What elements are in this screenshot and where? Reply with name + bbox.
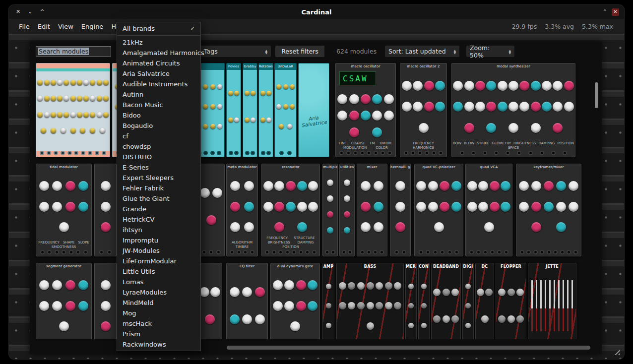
- brand-menu-item[interactable]: Grande: [117, 204, 200, 214]
- brand-menu-item[interactable]: All brands✓: [117, 23, 200, 34]
- brand-menu-item[interactable]: HetrickCV: [117, 214, 200, 225]
- module-segment-generator[interactable]: segment generator: [36, 263, 92, 339]
- knob: [394, 282, 401, 290]
- module-card[interactable]: [36, 63, 110, 157]
- knob: [200, 188, 210, 198]
- module-aria-salvatrice[interactable]: Aria Salvatrice: [298, 63, 329, 157]
- module-quad-vca[interactable]: quad VCA: [465, 164, 512, 256]
- brand-menu-item[interactable]: DISTRHO: [117, 152, 200, 162]
- knob: [217, 84, 222, 89]
- module-keyframer-mixer[interactable]: keyframer/mixer: [516, 164, 581, 256]
- jack: [325, 250, 329, 254]
- module-grid: PokiesGrabbyRotatoesUnDuLaRAria Salvatri…: [30, 42, 602, 339]
- menu-view[interactable]: View: [58, 23, 73, 30]
- shade-icon[interactable]: ⌃: [603, 8, 607, 15]
- brand-menu-item[interactable]: JW-Modules: [117, 245, 200, 256]
- brand-menu-item[interactable]: Audible Instruments: [117, 79, 200, 89]
- resize-grip[interactable]: [613, 348, 620, 355]
- window-close-icon[interactable]: ✕: [612, 8, 619, 16]
- menu-file[interactable]: File: [19, 23, 30, 30]
- brand-menu-item[interactable]: LyraeModules: [117, 287, 200, 298]
- knob: [498, 81, 507, 91]
- brand-menu-item[interactable]: Amalgamated Harmonics: [117, 48, 200, 58]
- menu-engine[interactable]: Engine: [81, 23, 104, 30]
- module-rotatoes[interactable]: Rotatoes: [258, 63, 273, 157]
- knob: [367, 282, 374, 290]
- vertical-scrollbar[interactable]: [595, 82, 598, 108]
- module-multiples[interactable]: multiples: [322, 164, 338, 256]
- module-card[interactable]: [94, 164, 117, 256]
- knob: [501, 181, 510, 191]
- module-quad-vc-polarizer[interactable]: quad VC-polarizer: [414, 164, 463, 256]
- brand-menu-item[interactable]: Rackwindows: [117, 339, 200, 350]
- brand-menu-item[interactable]: 21kHz: [117, 37, 200, 48]
- brand-menu-item[interactable]: Little Utils: [117, 266, 200, 277]
- module-card[interactable]: [197, 263, 222, 339]
- brand-menu-item-label: Prism: [123, 330, 140, 338]
- module-card[interactable]: [94, 263, 117, 339]
- module-amp[interactable]: AMPCVIN: [322, 263, 334, 339]
- horizontal-scrollbar[interactable]: [227, 346, 590, 350]
- module-bass[interactable]: BASSCUTOFFRESONANCEDECAYACCENTENV/MOD: [336, 263, 404, 339]
- module-deadband[interactable]: DEADBANDWIDTHGAP: [431, 263, 461, 339]
- chevron-up-icon[interactable]: ^: [40, 8, 44, 15]
- module-grabby[interactable]: Grabby: [243, 63, 257, 157]
- knob: [244, 222, 254, 232]
- module-jette[interactable]: JETTE: [528, 263, 576, 339]
- brand-menu-item[interactable]: Lomas: [117, 277, 200, 287]
- brand-menu-item[interactable]: Autinn: [117, 89, 200, 100]
- module-undular[interactable]: UnDuLaR: [274, 63, 297, 157]
- chevron-down-icon[interactable]: ⌄: [28, 8, 32, 15]
- module-macro-oscillator-2[interactable]: macro oscillator 2FREQUENCYHARMONICS: [400, 63, 447, 157]
- brand-menu-item[interactable]: MindMeld: [117, 298, 200, 308]
- module-resonator[interactable]: resonatorFREQUENCYSTRUCTUREBRIGHTNESSDAM…: [261, 164, 320, 256]
- module-digi[interactable]: DIGI: [462, 263, 474, 339]
- module-jacks: [96, 250, 115, 254]
- brand-menu-item[interactable]: Bidoo: [117, 110, 200, 121]
- knob: [203, 84, 208, 89]
- module-eq-filter[interactable]: EQ filterFREQGAIN: [226, 263, 268, 339]
- jack: [528, 151, 533, 155]
- module-dual-dynamics-gate[interactable]: dual dynamics gate: [270, 263, 320, 339]
- slider: [554, 280, 555, 331]
- close-icon[interactable]: ✕: [16, 8, 20, 15]
- brand-menu-item[interactable]: Animated Circuits: [117, 58, 200, 68]
- brand-menu-item[interactable]: mscHack: [117, 318, 200, 329]
- module-macro-oscillator[interactable]: macro oscillatorCSAWFINECOARSEFMTIMBREMO…: [335, 63, 396, 157]
- brand-menu-item[interactable]: LifeFormModular: [117, 256, 200, 266]
- jack: [526, 250, 531, 254]
- brand-menu-item[interactable]: Aria Salvatrice: [117, 68, 200, 79]
- brand-menu-item[interactable]: Fehler Fabrik: [117, 183, 200, 193]
- module-conv[interactable]: CONV: [418, 263, 430, 339]
- module-bernoulli-gate[interactable]: bernoulli gate: [390, 164, 411, 256]
- brand-menu-item[interactable]: E-Series: [117, 162, 200, 173]
- brand-menu-item[interactable]: Prism: [117, 329, 200, 339]
- brand-menu-item[interactable]: Bacon Music: [117, 100, 200, 110]
- module-mera[interactable]: MERACV: [405, 263, 417, 339]
- module-dc[interactable]: DC: [475, 263, 494, 339]
- brand-menu-item[interactable]: cf: [117, 131, 200, 141]
- brand-menu-item[interactable]: Impromptu: [117, 235, 200, 245]
- jack: [402, 250, 406, 254]
- jack: [387, 151, 392, 155]
- jack: [299, 250, 303, 254]
- module-flopper[interactable]: FLOPPERCV: [496, 263, 526, 339]
- menu-edit[interactable]: Edit: [38, 23, 50, 30]
- module-modal-synthesizer[interactable]: modal synthesizerBOWBLOWSTRIKEGEOMETRYBR…: [451, 63, 575, 157]
- knob: [569, 202, 578, 212]
- module-pokies[interactable]: Pokies: [226, 63, 241, 157]
- module-mixer[interactable]: mixer: [357, 164, 387, 256]
- brand-menu-item[interactable]: Mog: [117, 308, 200, 318]
- brand-menu-item[interactable]: Expert Sleepers: [117, 173, 200, 183]
- module-utilities[interactable]: utilities: [339, 164, 355, 256]
- knob: [394, 302, 401, 309]
- brand-menu-item[interactable]: Bogaudio: [117, 121, 200, 131]
- module-tidal-modulator[interactable]: tidal modulatorFREQUENCYSHAPESLOPESMOOTH…: [36, 164, 92, 256]
- module-card[interactable]: [197, 164, 225, 256]
- brand-menu-item[interactable]: chowdsp: [117, 141, 200, 152]
- brand-menu-item[interactable]: Glue the Giant: [117, 193, 200, 204]
- jack: [266, 151, 271, 155]
- module-meta-modulator[interactable]: meta modulatorALGORITHMTIMBRE: [226, 164, 258, 256]
- brand-menu-item[interactable]: ihtsyn: [117, 225, 200, 235]
- brand-menu-item-label: Glue the Giant: [123, 195, 170, 202]
